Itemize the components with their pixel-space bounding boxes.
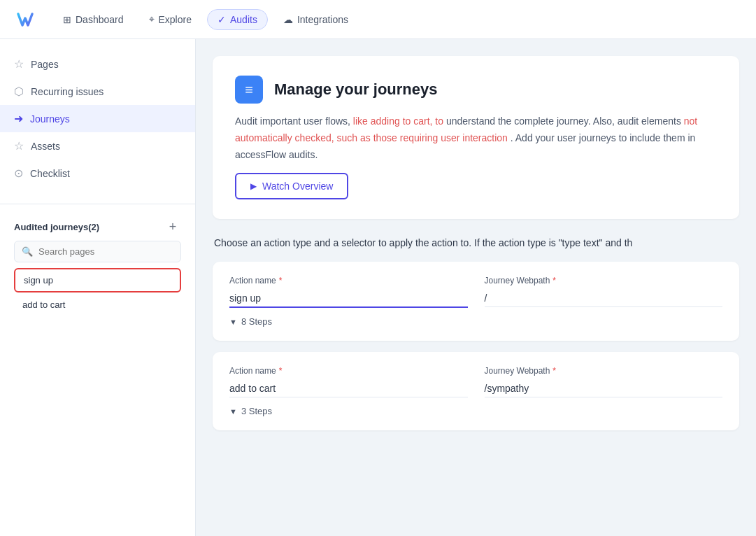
highlight-text: like adding to cart, to xyxy=(353,115,446,127)
play-icon: ▶ xyxy=(250,181,257,191)
pages-icon: ☆ xyxy=(14,57,24,71)
sidebar-item-assets[interactable]: ☆ Assets xyxy=(0,132,195,160)
webpath-field-signup: Journey Webpath * / xyxy=(485,276,723,308)
explore-icon: ⌖ xyxy=(149,13,155,25)
journey-fields-addtocart: Action name * add to cart Journey Webpat… xyxy=(229,366,722,397)
nav-integrations[interactable]: ☁ Integrations xyxy=(273,10,358,29)
checklist-icon: ⊙ xyxy=(14,167,23,180)
top-navigation: ⊞ Dashboard ⌖ Explore ✓ Audits ☁ Integra… xyxy=(0,0,756,39)
journeys-icon: ➜ xyxy=(14,112,23,125)
journey-icon: ≡ xyxy=(245,82,253,98)
sidebar-top-nav: ☆ Pages ⬡ Recurring issues ➜ Journeys ☆ … xyxy=(0,39,195,198)
webpath-value-signup: / xyxy=(485,290,723,307)
webpath-value-addtocart: /sympathy xyxy=(485,380,723,397)
integrations-icon: ☁ xyxy=(283,14,293,25)
sidebar-item-journeys[interactable]: ➜ Journeys xyxy=(0,105,195,132)
section-title: Audited journeys(2) xyxy=(14,222,99,232)
action-name-field-signup: Action name * xyxy=(229,276,468,308)
watch-overview-button[interactable]: ▶ Watch Overview xyxy=(235,173,348,199)
required-marker4: * xyxy=(552,366,556,376)
recurring-issues-icon: ⬡ xyxy=(14,85,24,98)
add-journey-button[interactable]: + xyxy=(164,218,181,235)
intro-header: ≡ Manage your journeys xyxy=(235,76,717,104)
action-name-input-signup[interactable] xyxy=(229,290,468,308)
audits-icon: ✓ xyxy=(217,14,226,25)
app-logo xyxy=(11,6,39,34)
required-marker3: * xyxy=(279,366,283,376)
webpath-field-addtocart: Journey Webpath * /sympathy xyxy=(485,366,723,397)
audited-journeys-section: Audited journeys(2) + 🔍 sign up add to c… xyxy=(0,210,195,323)
sidebar-item-checklist[interactable]: ⊙ Checklist xyxy=(0,160,195,187)
action-name-field-addtocart: Action name * add to cart xyxy=(229,366,468,397)
chevron-down-icon2: ▼ xyxy=(229,407,237,416)
sidebar: ☆ Pages ⬡ Recurring issues ➜ Journeys ☆ … xyxy=(0,39,196,536)
search-input[interactable] xyxy=(38,246,173,257)
search-icon: 🔍 xyxy=(22,246,33,257)
dashboard-icon: ⊞ xyxy=(63,14,71,25)
chevron-down-icon: ▼ xyxy=(229,318,237,326)
journey-card-signup: Action name * Journey Webpath * / xyxy=(213,262,739,341)
required-marker2: * xyxy=(552,276,556,285)
intro-icon: ≡ xyxy=(235,76,263,104)
search-box: 🔍 xyxy=(14,241,181,262)
intro-card: ≡ Manage your journeys Audit important u… xyxy=(213,56,739,219)
action-name-label: Action name * xyxy=(229,276,468,285)
sidebar-item-recurring-issues[interactable]: ⬡ Recurring issues xyxy=(0,78,195,105)
sidebar-divider xyxy=(0,204,195,204)
webpath-label2: Journey Webpath * xyxy=(485,366,723,376)
webpath-label: Journey Webpath * xyxy=(485,276,723,285)
journey-item-addtocart[interactable]: add to cart xyxy=(14,294,181,316)
page-title: Manage your journeys xyxy=(274,80,438,99)
steps-toggle-signup[interactable]: ▼ 8 Steps xyxy=(229,316,272,327)
nav-audits[interactable]: ✓ Audits xyxy=(207,9,268,30)
action-name-label2: Action name * xyxy=(229,366,468,376)
main-content: ≡ Manage your journeys Audit important u… xyxy=(196,39,756,536)
required-marker: * xyxy=(279,276,283,285)
main-inner: ≡ Manage your journeys Audit important u… xyxy=(196,39,756,458)
journey-fields-signup: Action name * Journey Webpath * / xyxy=(229,276,722,308)
journey-card-addtocart: Action name * add to cart Journey Webpat… xyxy=(213,352,739,430)
journey-item-signup[interactable]: sign up xyxy=(14,268,181,292)
steps-toggle-addtocart[interactable]: ▼ 3 Steps xyxy=(229,406,272,416)
main-layout: ☆ Pages ⬡ Recurring issues ➜ Journeys ☆ … xyxy=(0,39,756,536)
assets-icon: ☆ xyxy=(14,139,24,153)
section-header: Audited journeys(2) + xyxy=(14,218,181,235)
nav-dashboard[interactable]: ⊞ Dashboard xyxy=(53,10,134,29)
highlight-text2: not automatically checked, such as those… xyxy=(235,115,697,143)
choose-text: Choose an action type and a selector to … xyxy=(213,236,739,251)
sidebar-item-pages[interactable]: ☆ Pages xyxy=(0,50,195,78)
intro-description: Audit important user flows, like adding … xyxy=(235,113,717,163)
action-name-value-addtocart: add to cart xyxy=(229,380,468,397)
nav-explore[interactable]: ⌖ Explore xyxy=(139,9,201,29)
